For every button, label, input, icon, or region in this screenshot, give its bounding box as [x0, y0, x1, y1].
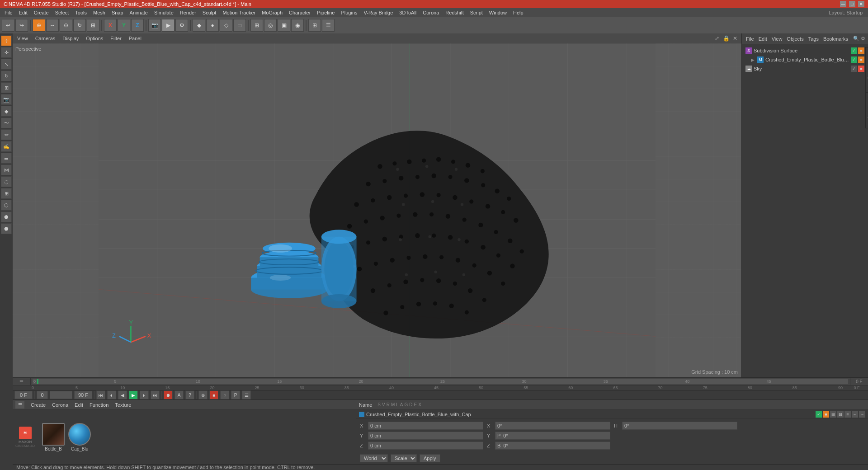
obj-search-icon[interactable]: 🔍 [853, 36, 859, 42]
coord-y-pos-input[interactable] [368, 432, 483, 440]
polygon-mode-button[interactable]: □ [233, 19, 246, 32]
close-button[interactable]: ✕ [858, 1, 864, 7]
polygon-tool[interactable]: ◆ [1, 106, 12, 117]
mat-menu-corona[interactable]: Corona [50, 402, 70, 408]
render-button[interactable]: ▶ [162, 19, 175, 32]
viewport-menu-view[interactable]: View [15, 36, 30, 41]
obj-menu-view[interactable]: View [770, 36, 784, 42]
material-bottle-b[interactable]: Bottle_B [42, 423, 65, 451]
mat-menu-create[interactable]: Create [29, 402, 47, 408]
solo-mode-button[interactable]: ◎ [264, 19, 277, 32]
step-forward-button[interactable]: ⏵ [140, 390, 149, 400]
move-tool-button[interactable]: ↔ [46, 19, 59, 32]
new-object-button[interactable]: ⊕ [33, 19, 45, 32]
keyframe-del-button[interactable]: ■ [209, 390, 218, 400]
camera-tool[interactable]: 📷 [1, 94, 12, 105]
viewport-menu-display[interactable]: Display [61, 36, 80, 41]
attributes-browser-tab[interactable]: Attribute Browser [865, 47, 868, 92]
record-button[interactable]: ⏺ [164, 390, 173, 400]
mat-menu-texture[interactable]: Texture [113, 402, 133, 408]
menu-snap[interactable]: Snap [109, 9, 126, 16]
obj-vis-btn-subdivision[interactable]: ✓ [851, 47, 857, 54]
coord-z-pos-input[interactable] [368, 442, 483, 450]
minimize-button[interactable]: — [840, 1, 846, 7]
obj-tag-btn-subdivision[interactable]: ■ [858, 47, 864, 54]
obj-item-sky[interactable]: ☁ Sky ✓ ■ [744, 64, 866, 73]
coord-h-input[interactable] [622, 422, 737, 430]
attr-extra-btn4[interactable]: ← [852, 411, 858, 418]
world-select[interactable]: World Object Local [360, 454, 388, 462]
extra-tool1[interactable]: ⬢ [1, 212, 12, 222]
rotate-tool[interactable]: ↻ [1, 70, 12, 81]
take-browser-tab[interactable]: Take Browser [865, 92, 868, 128]
obj-menu-edit[interactable]: Edit [757, 36, 769, 42]
transform-button[interactable]: ⊞ [87, 19, 99, 32]
extra-button[interactable]: ☰ [322, 19, 335, 32]
apply-button[interactable]: Apply [420, 454, 440, 462]
enable-axis-button[interactable]: ⊞ [250, 19, 263, 32]
scale-select[interactable]: Scale Size [391, 454, 417, 462]
attr-extra-btn2[interactable]: ⊟ [837, 411, 844, 418]
mat-menu-icon[interactable]: ☰ [15, 401, 24, 409]
menu-plugins[interactable]: Plugins [338, 9, 360, 16]
render-settings-button[interactable]: ⚙ [175, 19, 188, 32]
undo-button[interactable]: ↩ [2, 19, 14, 32]
z-axis-button[interactable]: Z [131, 19, 144, 32]
obj-menu-objects[interactable]: Objects [785, 36, 805, 42]
obj-tag-btn-bottle[interactable]: ■ [858, 56, 864, 63]
menu-mesh[interactable]: Mesh [90, 9, 108, 16]
menu-simulate[interactable]: Simulate [151, 9, 176, 16]
frame-start-input[interactable] [37, 391, 48, 399]
loop-button[interactable]: P [231, 390, 240, 400]
spline-tool[interactable]: 〜 [1, 118, 12, 128]
menu-mograph[interactable]: MoGraph [259, 9, 285, 16]
transform-tool[interactable]: ⊞ [1, 82, 12, 93]
edge-mode-button[interactable]: ◇ [220, 19, 232, 32]
coord-z-rot-input[interactable] [495, 442, 610, 450]
timeline[interactable]: ☰ 0 5 10 15 20 25 30 35 40 45 [13, 378, 868, 385]
viewport-menu-panel[interactable]: Panel [127, 36, 143, 41]
viewport-lock-icon[interactable]: 🔒 [722, 35, 730, 42]
motion-clip-button[interactable]: ○ [220, 390, 229, 400]
shading-button[interactable]: ◉ [291, 19, 304, 32]
attr-extra-btn3[interactable]: ≡ [844, 411, 851, 418]
menu-help[interactable]: Help [510, 9, 526, 16]
grid-tool[interactable]: ⊞ [1, 188, 12, 199]
move-tool[interactable]: ✛ [1, 47, 12, 58]
menu-sculpt[interactable]: Sculpt [200, 9, 219, 16]
menu-redshift[interactable]: Redshift [443, 9, 466, 16]
attr-extra-btn[interactable]: ⊞ [830, 411, 836, 418]
obj-menu-tags[interactable]: Tags [807, 36, 820, 42]
attr-tag-btn[interactable]: ■ [823, 411, 829, 418]
obj-tag-btn-sky[interactable]: ■ [858, 66, 864, 72]
viewport-canvas[interactable]: Perspective [13, 43, 741, 377]
grid-button[interactable]: ⊞ [308, 19, 321, 32]
obj-menu-file[interactable]: File [745, 36, 755, 42]
menu-edit[interactable]: Edit [16, 9, 30, 16]
attr-vis-btn[interactable]: ✓ [816, 411, 822, 418]
attr-object-row[interactable]: Crushed_Empty_Plastic_Bottle_Blue_with_C… [356, 410, 868, 419]
motion-key-button[interactable]: ? [185, 390, 194, 400]
menu-window[interactable]: Window [486, 9, 509, 16]
coord-x-rot-input[interactable] [495, 422, 610, 430]
y-axis-button[interactable]: Y [118, 19, 130, 32]
coord-x-pos-input[interactable] [368, 422, 483, 430]
menu-character[interactable]: Character [286, 9, 313, 16]
current-frame-input[interactable] [14, 391, 33, 399]
keyframe-add-button[interactable]: ⊕ [198, 390, 208, 400]
material-cap-blu[interactable]: Cap_Blu [68, 423, 91, 451]
smooth-tool[interactable]: ◌ [1, 176, 12, 187]
frame-range-bar[interactable] [50, 391, 72, 399]
obj-item-subdivision[interactable]: S Subdivision Surface ✓ ■ [744, 46, 866, 55]
menu-animate[interactable]: Animate [127, 9, 151, 16]
menu-pipeline[interactable]: Pipeline [314, 9, 337, 16]
go-to-end-button[interactable]: ⏭ [151, 390, 160, 400]
obj-settings-icon[interactable]: ⚙ [861, 36, 865, 42]
rotate-tool-button[interactable]: ↻ [73, 19, 86, 32]
extra-tool2[interactable]: ⬣ [1, 223, 12, 234]
menu-corona[interactable]: Corona [420, 9, 442, 16]
x-axis-button[interactable]: X [104, 19, 117, 32]
menu-file[interactable]: File [2, 9, 15, 16]
menu-create[interactable]: Create [31, 9, 52, 16]
attr-extra-btn5[interactable]: → [859, 411, 865, 418]
